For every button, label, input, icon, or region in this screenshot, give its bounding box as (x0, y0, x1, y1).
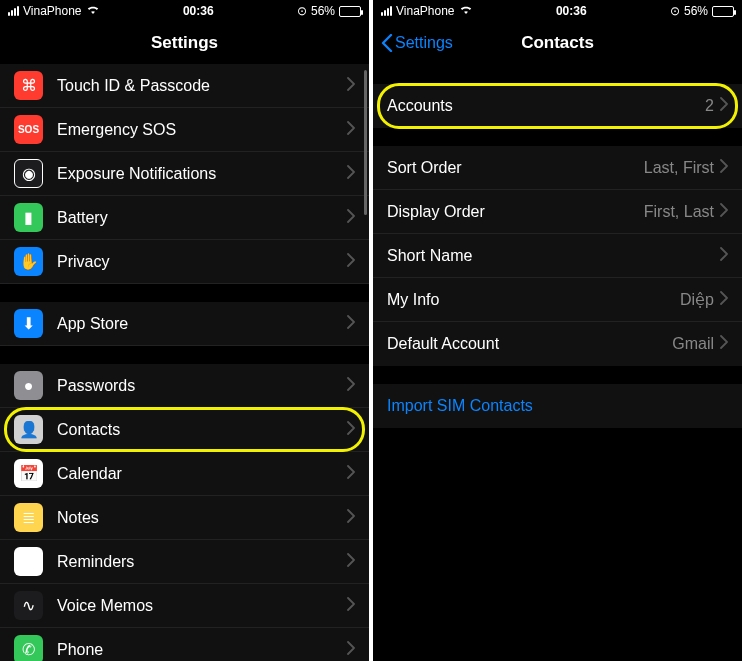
nav-bar: Settings (0, 22, 369, 64)
row-label: Phone (57, 641, 347, 659)
notes-icon: ≣ (14, 503, 43, 532)
contacts-row-default-acct[interactable]: Default AccountGmail (373, 322, 742, 366)
row-label: Import SIM Contacts (387, 397, 728, 415)
contacts-row-accounts[interactable]: Accounts2 (373, 84, 742, 128)
signal-icon (381, 6, 392, 16)
chevron-right-icon (347, 421, 355, 439)
chevron-right-icon (347, 509, 355, 527)
row-label: Display Order (387, 203, 644, 221)
row-label: Reminders (57, 553, 347, 571)
voice-icon: ∿ (14, 591, 43, 620)
chevron-right-icon (720, 291, 728, 309)
settings-row-reminders[interactable]: ⋮⋮Reminders (0, 540, 369, 584)
contacts-icon: 👤 (14, 415, 43, 444)
chevron-right-icon (347, 641, 355, 659)
settings-row-exposure[interactable]: ◉Exposure Notifications (0, 152, 369, 196)
nav-bar: Settings Contacts (373, 22, 742, 64)
touch-id-icon: ⌘ (14, 71, 43, 100)
row-value: Gmail (672, 335, 714, 353)
clock-label: 00:36 (183, 4, 214, 18)
settings-row-battery[interactable]: ▮Battery (0, 196, 369, 240)
row-label: Short Name (387, 247, 714, 265)
settings-row-touch-id[interactable]: ⌘Touch ID & Passcode (0, 64, 369, 108)
row-label: App Store (57, 315, 347, 333)
row-label: My Info (387, 291, 680, 309)
row-label: Emergency SOS (57, 121, 347, 139)
status-bar: VinaPhone 00:36 ⊙ 56% (0, 0, 369, 22)
row-label: Calendar (57, 465, 347, 483)
battery-icon (712, 6, 734, 17)
battery-pct: 56% (311, 4, 335, 18)
settings-row-app-store[interactable]: ⬇App Store (0, 302, 369, 346)
row-label: Exposure Notifications (57, 165, 347, 183)
contacts-row-display-order[interactable]: Display OrderFirst, Last (373, 190, 742, 234)
passwords-icon: ● (14, 371, 43, 400)
exposure-icon: ◉ (14, 159, 43, 188)
sos-icon: SOS (14, 115, 43, 144)
chevron-right-icon (720, 247, 728, 265)
row-value: 2 (705, 97, 714, 115)
row-label: Passwords (57, 377, 347, 395)
chevron-right-icon (347, 465, 355, 483)
chevron-right-icon (347, 553, 355, 571)
row-label: Battery (57, 209, 347, 227)
row-label: Accounts (387, 97, 705, 115)
back-label: Settings (395, 34, 453, 52)
scrollbar[interactable] (364, 70, 367, 215)
page-title: Contacts (521, 33, 594, 53)
contacts-row-sort-order[interactable]: Sort OrderLast, First (373, 146, 742, 190)
row-label: Contacts (57, 421, 347, 439)
chevron-right-icon (347, 165, 355, 183)
row-value: First, Last (644, 203, 714, 221)
chevron-right-icon (720, 335, 728, 353)
carrier-label: VinaPhone (396, 4, 455, 18)
alarm-icon: ⊙ (670, 4, 680, 18)
row-label: Default Account (387, 335, 672, 353)
battery-icon (339, 6, 361, 17)
clock-label: 00:36 (556, 4, 587, 18)
carrier-label: VinaPhone (23, 4, 82, 18)
calendar-icon: 📅 (14, 459, 43, 488)
chevron-right-icon (347, 597, 355, 615)
contacts-settings-screen: VinaPhone 00:36 ⊙ 56% Settings Contacts … (373, 0, 742, 661)
chevron-right-icon (347, 209, 355, 227)
chevron-right-icon (720, 159, 728, 177)
row-value: Diệp (680, 290, 714, 309)
battery-pct: 56% (684, 4, 708, 18)
row-label: Voice Memos (57, 597, 347, 615)
settings-row-notes[interactable]: ≣Notes (0, 496, 369, 540)
row-value: Last, First (644, 159, 714, 177)
chevron-right-icon (720, 203, 728, 221)
settings-row-sos[interactable]: SOSEmergency SOS (0, 108, 369, 152)
chevron-right-icon (347, 121, 355, 139)
chevron-right-icon (347, 377, 355, 395)
status-bar: VinaPhone 00:36 ⊙ 56% (373, 0, 742, 22)
chevron-right-icon (347, 253, 355, 271)
back-button[interactable]: Settings (381, 34, 453, 52)
wifi-icon (86, 4, 100, 18)
settings-row-privacy[interactable]: ✋Privacy (0, 240, 369, 284)
wifi-icon (459, 4, 473, 18)
row-label: Touch ID & Passcode (57, 77, 347, 95)
row-label: Privacy (57, 253, 347, 271)
app-store-icon: ⬇ (14, 309, 43, 338)
chevron-right-icon (347, 315, 355, 333)
contacts-row-short-name[interactable]: Short Name (373, 234, 742, 278)
settings-row-contacts[interactable]: 👤Contacts (0, 408, 369, 452)
row-label: Notes (57, 509, 347, 527)
chevron-right-icon (720, 97, 728, 115)
settings-row-phone[interactable]: ✆Phone (0, 628, 369, 661)
settings-screen: VinaPhone 00:36 ⊙ 56% Settings ⌘Touch ID… (0, 0, 369, 661)
reminders-icon: ⋮⋮ (14, 547, 43, 576)
contacts-row-import-sim[interactable]: Import SIM Contacts (373, 384, 742, 428)
contacts-row-my-info[interactable]: My InfoDiệp (373, 278, 742, 322)
privacy-icon: ✋ (14, 247, 43, 276)
settings-row-voice[interactable]: ∿Voice Memos (0, 584, 369, 628)
row-label: Sort Order (387, 159, 644, 177)
settings-row-passwords[interactable]: ●Passwords (0, 364, 369, 408)
chevron-right-icon (347, 77, 355, 95)
signal-icon (8, 6, 19, 16)
battery-icon: ▮ (14, 203, 43, 232)
settings-row-calendar[interactable]: 📅Calendar (0, 452, 369, 496)
page-title: Settings (151, 33, 218, 53)
